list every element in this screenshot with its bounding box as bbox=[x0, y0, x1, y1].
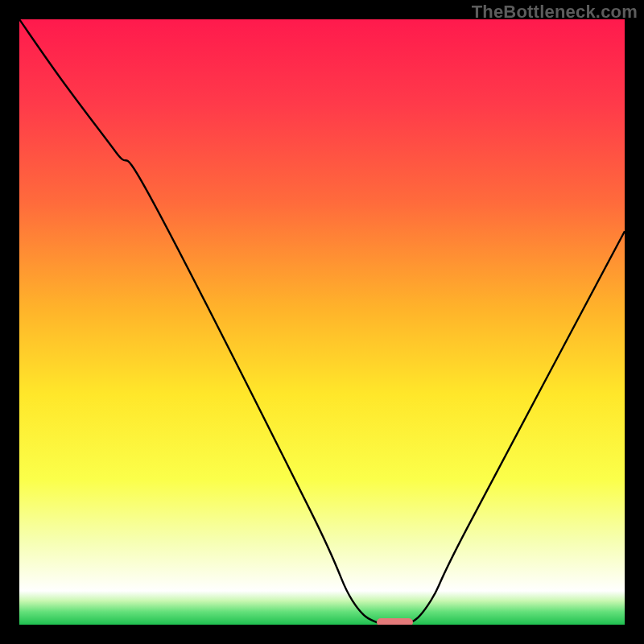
bottleneck-curve-path bbox=[19, 19, 625, 625]
plot-area bbox=[19, 19, 625, 625]
watermark-text: TheBottleneck.com bbox=[472, 2, 638, 23]
curve-layer bbox=[19, 19, 625, 625]
optimal-marker bbox=[377, 618, 413, 625]
chart-frame: TheBottleneck.com bbox=[0, 0, 644, 644]
